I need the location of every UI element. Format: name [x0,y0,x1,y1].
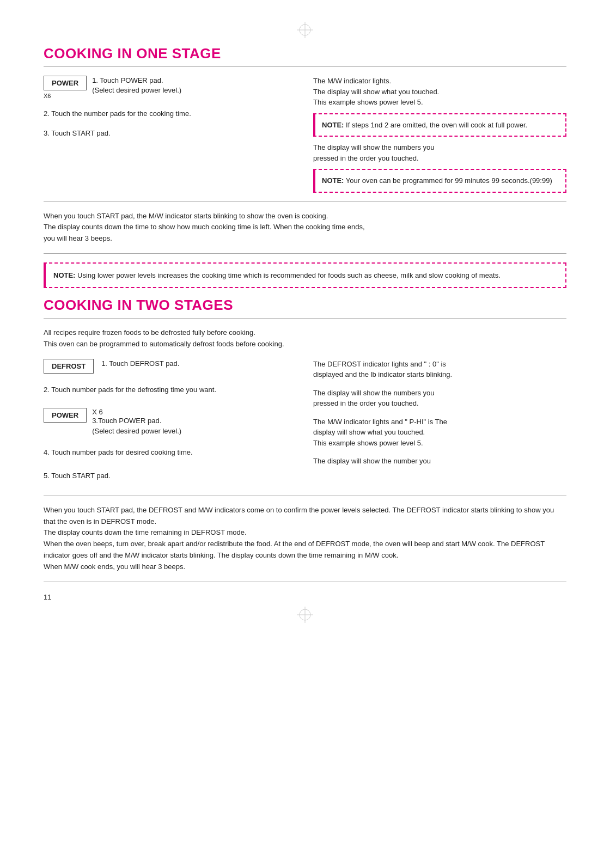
bottom-crosshair [44,607,566,625]
section-one-divider [44,66,566,67]
step-1-text: 1. Touch POWER pad.(Select desired power… [92,76,181,95]
ts-step-2: 2. Touch number pads for the defrosting … [44,384,297,395]
ts-step-3-right: X 6 3.Touch POWER pad.(Select desired po… [92,408,181,436]
ts-x-label: X 6 [92,408,103,416]
wide-note-label: NOTE: [53,271,75,279]
ts-step-5: 5. Touch START pad. [44,470,297,481]
two-stage-grid: DEFROST 1. Touch DEFROST pad. 2. Touch n… [44,359,566,487]
note-text-2: Your oven can be programmed for 99 minut… [346,176,552,185]
ts-info-2: The display will show the numbers you pr… [313,388,566,409]
section-two: COOKING IN TWO STAGES All recipes requir… [44,297,566,582]
note-box-1: NOTE: If steps 1nd 2 are omitted, the ov… [313,113,566,137]
section-two-summary: When you touch START pad, the DEFROST an… [44,505,566,573]
two-stage-left: DEFROST 1. Touch DEFROST pad. 2. Touch n… [44,359,297,487]
ts-info-4: The display will show the number you [313,456,566,467]
ts-step-3-row: POWER X 6 3.Touch POWER pad.(Select desi… [44,408,297,436]
section-one-grid: POWER X6 1. Touch POWER pad.(Select desi… [44,76,566,193]
note-text-1: If steps 1nd 2 are omitted, the oven wil… [346,121,527,129]
ts-step-1-row: DEFROST 1. Touch DEFROST pad. [44,359,297,374]
step-1-button-wrap: POWER X6 [44,76,87,99]
section-two-title: COOKING IN TWO STAGES [44,297,566,314]
info-2: The display will show the numbers you pr… [313,142,566,163]
section-one: COOKING IN ONE STAGE POWER X6 1. Touch P… [44,45,566,288]
note-label-1: NOTE: [322,121,344,129]
step-3-text: 3. Touch START pad. [44,129,297,138]
ts-info-3: The M/W indicator lights and " P-HI" is … [313,417,566,449]
section-one-title: COOKING IN ONE STAGE [44,45,566,62]
step-3-row: 3. Touch START pad. [44,129,297,138]
x-label-1: X6 [44,93,87,99]
step-2-text: 2. Touch the number pads for the cooking… [44,109,297,119]
section-one-summary: When you touch START pad, the M/W indica… [44,211,566,244]
section-one-right: The M/W indicator lights. The display wi… [313,76,566,193]
power-button-2[interactable]: POWER [44,408,87,423]
top-crosshair [44,22,566,40]
section-one-left: POWER X6 1. Touch POWER pad.(Select desi… [44,76,297,193]
page-number: 11 [44,593,566,601]
note-box-2: NOTE: Your oven can be programmed for 99… [313,169,566,193]
wide-note-text: Using lower power levels increases the c… [77,271,501,279]
section-one-bottom-divider [44,201,566,202]
section-two-bottom-divider [44,496,566,496]
two-stage-right: The DEFROST indicator lights and " : 0" … [313,359,566,487]
defrost-button[interactable]: DEFROST [44,359,94,374]
ts-step-3-text: 3.Touch POWER pad.(Select desired power … [92,416,181,436]
section-two-divider [44,318,566,319]
ts-step-1-text: 1. Touch DEFROST pad. [101,359,179,369]
bottom-divider [44,582,566,582]
ts-step-4: 4. Touch number pads for desired cooking… [44,447,297,458]
ts-info-1: The DEFROST indicator lights and " : 0" … [313,359,566,380]
info-1: The M/W indicator lights. The display wi… [313,76,566,108]
power-button-1[interactable]: POWER [44,76,87,90]
section-one-wide-note-divider [44,253,566,254]
note-label-2: NOTE: [322,176,344,185]
page-container: COOKING IN ONE STAGE POWER X6 1. Touch P… [44,22,566,625]
step-2-row: 2. Touch the number pads for the cooking… [44,109,297,119]
wide-note-box: NOTE: Using lower power levels increases… [44,262,566,289]
section-two-intro: All recipes require frozen foods to be d… [44,327,566,350]
step-1-row: POWER X6 1. Touch POWER pad.(Select desi… [44,76,297,99]
